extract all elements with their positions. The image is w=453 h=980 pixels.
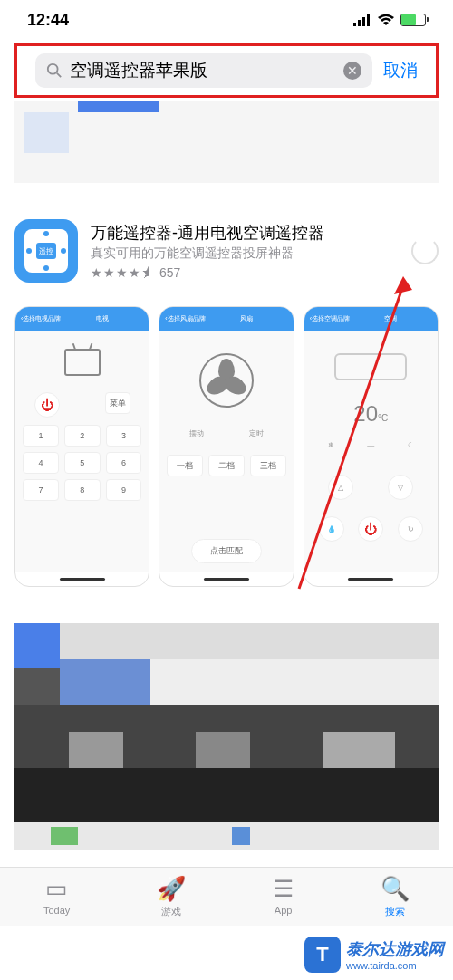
- layers-icon: ☰: [273, 875, 294, 903]
- search-icon: 🔍: [381, 875, 410, 903]
- signal-icon: [353, 14, 371, 26]
- tv-icon: [64, 349, 101, 376]
- app-result-item[interactable]: 遥控 万能遥控器-通用电视空调遥控器 真实可用的万能空调遥控器投屏神器 ★ ★ …: [14, 210, 439, 292]
- today-icon: ▭: [45, 875, 68, 903]
- search-container[interactable]: ✕: [35, 53, 372, 88]
- search-icon: [46, 62, 63, 79]
- star-icon: ★: [91, 265, 102, 280]
- watermark-url: www.tairda.com: [346, 960, 444, 971]
- fan-icon: [199, 353, 254, 408]
- screenshots-row[interactable]: ‹选择电视品牌电视 ⏻菜单 123 456 789 ‹选择风扇品牌风扇: [14, 306, 439, 587]
- download-spinner-icon[interactable]: [411, 237, 439, 264]
- status-icons: [353, 14, 426, 26]
- svg-rect-0: [353, 23, 356, 26]
- svg-point-4: [48, 64, 58, 74]
- cancel-button[interactable]: 取消: [383, 59, 418, 82]
- svg-rect-1: [358, 20, 361, 26]
- svg-rect-3: [367, 14, 370, 26]
- svg-line-5: [57, 73, 61, 78]
- ac-unit-icon: [334, 353, 407, 380]
- status-bar: 12:44: [0, 0, 453, 40]
- tab-games[interactable]: 🚀 游戏: [157, 875, 186, 918]
- screenshot-tv: ‹选择电视品牌电视 ⏻菜单 123 456 789: [14, 306, 149, 587]
- star-icon: ★: [116, 265, 128, 280]
- tab-bar: ▭ Today 🚀 游戏 ☰ App 🔍 搜索: [0, 867, 453, 926]
- search-row: ✕ 取消: [14, 43, 439, 98]
- wifi-icon: [377, 14, 395, 26]
- app-title: 万能遥控器-通用电视空调遥控器: [91, 222, 399, 244]
- tab-today[interactable]: ▭ Today: [43, 875, 70, 918]
- content-area: 遥控 万能遥控器-通用电视空调遥控器 真实可用的万能空调遥控器投屏神器 ★ ★ …: [0, 101, 453, 850]
- blurred-top-result: [14, 101, 439, 183]
- battery-icon: [400, 14, 426, 26]
- star-icon: ★: [129, 265, 140, 280]
- svg-rect-2: [362, 17, 365, 26]
- watermark: T 泰尔达游戏网 www.tairda.com: [304, 937, 444, 973]
- search-input[interactable]: [70, 61, 336, 81]
- watermark-logo: T: [304, 937, 341, 973]
- star-icon: ★: [103, 265, 115, 280]
- screenshot-fan: ‹选择风扇品牌风扇 摆动定时 一档二档三档 点击匹配: [159, 306, 294, 587]
- rocket-icon: 🚀: [157, 875, 186, 903]
- app-subtitle: 真实可用的万能空调遥控器投屏神器: [91, 245, 399, 262]
- star-half-icon: ⯨: [141, 265, 154, 280]
- app-rating: ★ ★ ★ ★ ⯨ 657: [91, 265, 399, 280]
- screenshot-ac: ‹选择空调品牌空调 20°C ❄—☾ △▽ 💧⏻↻: [304, 306, 439, 587]
- watermark-name: 泰尔达游戏网: [346, 938, 444, 960]
- tab-apps[interactable]: ☰ App: [273, 875, 294, 918]
- star-rating: ★ ★ ★ ★ ⯨: [91, 265, 154, 280]
- status-time: 12:44: [27, 11, 69, 30]
- app-icon: 遥控: [14, 219, 78, 283]
- app-info: 万能遥控器-通用电视空调遥控器 真实可用的万能空调遥控器投屏神器 ★ ★ ★ ★…: [91, 222, 399, 280]
- pixelated-section: [14, 623, 439, 850]
- rating-count: 657: [159, 265, 180, 280]
- tab-search[interactable]: 🔍 搜索: [381, 875, 410, 918]
- clear-button[interactable]: ✕: [343, 62, 361, 80]
